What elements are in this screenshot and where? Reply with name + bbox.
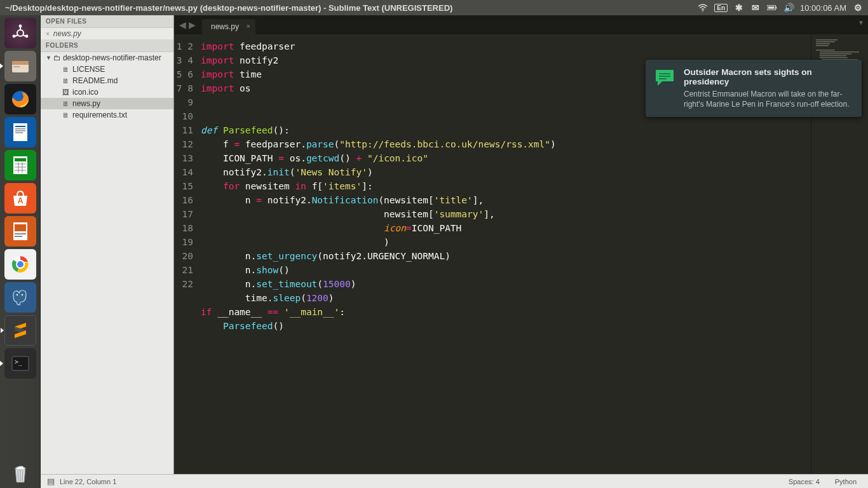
file-label: requirements.txt	[72, 111, 127, 119]
svg-point-36	[21, 294, 22, 295]
svg-rect-49	[820, 53, 851, 55]
svg-point-35	[16, 294, 17, 295]
svg-rect-2	[775, 6, 776, 9]
project-folder[interactable]: ▼ 🗀 desktop-news-notifier-master	[41, 52, 173, 64]
svg-rect-16	[15, 126, 25, 127]
tab-prev-icon[interactable]: ◀	[179, 20, 186, 30]
clock[interactable]: 10:00:06 AM	[800, 3, 846, 13]
svg-rect-3	[768, 6, 775, 9]
launcher-firefox[interactable]	[4, 84, 36, 114]
svg-rect-63	[659, 78, 667, 79]
file-list: 🗎LICENSE🗎README.md🖼icon.ico🗎news.py🗎requ…	[41, 64, 173, 121]
svg-rect-43	[816, 39, 837, 41]
svg-rect-29	[15, 224, 26, 231]
notification-toast[interactable]: Outsider Macron sets sights on presidenc…	[646, 60, 862, 117]
chat-bubble-icon	[654, 69, 676, 86]
svg-rect-44	[816, 41, 835, 43]
open-files-header: OPEN FILES	[41, 15, 173, 28]
svg-line-10	[15, 35, 18, 36]
svg-rect-19	[15, 132, 23, 133]
svg-rect-47	[816, 50, 835, 51]
svg-point-6	[25, 35, 28, 38]
close-icon[interactable]: ×	[247, 22, 250, 30]
launcher-sublime[interactable]	[4, 315, 36, 346]
close-icon[interactable]: ×	[46, 30, 51, 37]
system-menubar: ~/Desktop/desktop-news-notifier-master/n…	[0, 0, 868, 15]
launcher-software-center[interactable]: A	[4, 183, 36, 214]
svg-rect-61	[659, 73, 670, 74]
notification-body: Centrist Emmanuel Macron will take on th…	[684, 89, 853, 109]
file-icon: 🖼	[61, 88, 70, 96]
line-gutter: 1 2 3 4 5 6 7 8 9 10 11 12 13 14 15 16 1…	[174, 34, 197, 474]
tab-news-py[interactable]: news.py ×	[202, 19, 255, 34]
wifi-icon[interactable]	[698, 3, 708, 13]
bluetooth-icon[interactable]: ✱	[734, 3, 744, 13]
svg-rect-62	[659, 76, 670, 77]
project-folder-label: desktop-news-notifier-master	[63, 53, 161, 62]
menu-icon[interactable]: ▤	[47, 477, 55, 486]
running-indicator-icon	[0, 361, 3, 366]
launcher-chrome[interactable]	[4, 249, 36, 280]
launcher-postgresql[interactable]	[4, 282, 36, 313]
status-spaces[interactable]: Spaces: 4	[783, 478, 825, 485]
svg-rect-31	[15, 236, 22, 237]
file-icon: 🗎	[61, 111, 70, 119]
file-LICENSE[interactable]: 🗎LICENSE	[41, 64, 173, 75]
svg-rect-18	[15, 130, 25, 132]
tab-overflow-icon[interactable]: ▼	[858, 19, 864, 26]
launcher-writer[interactable]	[4, 117, 36, 147]
file-requirements-txt[interactable]: 🗎requirements.txt	[41, 109, 173, 121]
file-icon: 🗎	[61, 77, 70, 85]
chevron-down-icon: ▼	[46, 55, 51, 61]
tab-nav: ◀ ▶	[177, 20, 198, 30]
window-title: ~/Desktop/desktop-news-notifier-master/n…	[5, 3, 698, 13]
svg-rect-17	[15, 128, 25, 130]
file-icon-ico[interactable]: 🖼icon.ico	[41, 86, 173, 98]
file-README-md[interactable]: 🗎README.md	[41, 75, 173, 86]
gear-icon[interactable]: ⚙	[853, 3, 863, 13]
svg-point-5	[18, 25, 22, 28]
launcher-terminal[interactable]: >_	[4, 348, 36, 379]
tab-label: news.py	[211, 22, 239, 31]
tab-next-icon[interactable]: ▶	[189, 20, 196, 30]
file-news-py[interactable]: 🗎news.py	[41, 98, 173, 109]
svg-rect-51	[820, 57, 848, 58]
open-file-item[interactable]: × news.py	[41, 28, 173, 39]
svg-rect-50	[820, 55, 846, 57]
svg-rect-48	[820, 51, 859, 53]
svg-point-4	[17, 30, 24, 36]
unity-launcher: A >_	[0, 15, 41, 488]
file-label: README.md	[72, 76, 118, 85]
launcher-files[interactable]	[4, 51, 36, 81]
messages-icon[interactable]: ✉	[750, 3, 761, 13]
svg-text:A: A	[17, 196, 23, 205]
svg-point-7	[12, 35, 15, 38]
status-line-col[interactable]: Line 22, Column 1	[60, 478, 116, 485]
svg-rect-13	[13, 66, 20, 67]
tab-strip: ◀ ▶ news.py × ▼	[174, 15, 868, 34]
file-icon: 🗎	[61, 100, 70, 107]
folder-icon: 🗀	[53, 53, 61, 62]
editor-sidebar: OPEN FILES × news.py FOLDERS ▼ 🗀 desktop…	[41, 15, 174, 474]
launcher-calc[interactable]	[4, 150, 36, 180]
svg-rect-21	[15, 158, 26, 161]
battery-icon[interactable]	[767, 3, 777, 13]
file-label: LICENSE	[72, 65, 105, 74]
svg-line-9	[23, 35, 25, 36]
file-label: icon.ico	[72, 88, 98, 97]
status-syntax[interactable]: Python	[830, 478, 862, 485]
running-indicator-icon	[0, 64, 3, 69]
notification-title: Outsider Macron sets sights on presidenc…	[684, 67, 853, 86]
keyboard-language-badge[interactable]: En	[714, 4, 728, 12]
launcher-trash[interactable]	[4, 458, 36, 488]
launcher-dash[interactable]	[4, 18, 36, 48]
file-label: news.py	[72, 99, 100, 108]
svg-text:>_: >_	[15, 358, 23, 366]
system-tray: En ✱ ✉ 🔊 10:00:06 AM ⚙	[698, 3, 863, 13]
status-bar: ▤ Line 22, Column 1 Spaces: 4 Python	[41, 474, 868, 488]
launcher-impress[interactable]	[4, 216, 36, 247]
volume-icon[interactable]: 🔊	[783, 3, 794, 13]
svg-rect-45	[816, 43, 830, 44]
folders-header: FOLDERS	[41, 39, 173, 52]
file-icon: 🗎	[61, 65, 70, 73]
